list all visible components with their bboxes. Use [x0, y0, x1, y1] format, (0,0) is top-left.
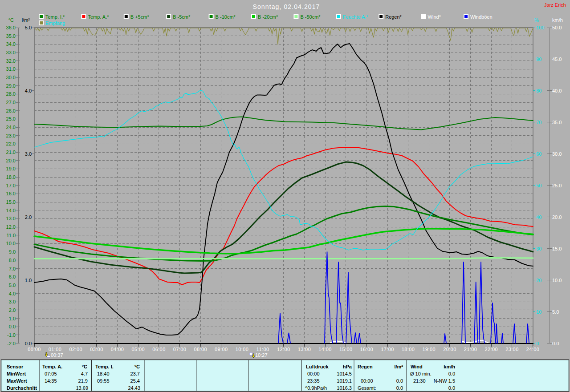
svg-text:26.0: 26.0 [6, 108, 16, 113]
svg-text:30.0: 30.0 [552, 151, 562, 157]
svg-text:5.0: 5.0 [9, 283, 16, 288]
svg-text:24:00: 24:00 [526, 347, 540, 352]
svg-text:23.7: 23.7 [130, 371, 140, 376]
svg-text:09:55: 09:55 [97, 378, 110, 384]
svg-text:21:00: 21:00 [464, 347, 477, 352]
svg-text:15.0: 15.0 [552, 246, 562, 251]
svg-text:9.0: 9.0 [9, 249, 16, 255]
svg-text:22:00: 22:00 [484, 347, 498, 352]
svg-text:1016.3: 1016.3 [337, 385, 352, 391]
svg-text:N-NW 1.5: N-NW 1.5 [434, 378, 455, 384]
svg-text:23:35: 23:35 [307, 378, 320, 384]
svg-text:100: 100 [536, 25, 544, 30]
svg-text:34.0: 34.0 [6, 41, 16, 47]
svg-text:33.0: 33.0 [6, 50, 16, 55]
svg-text:28.0: 28.0 [6, 91, 16, 97]
svg-text:MinWert: MinWert [7, 371, 26, 376]
svg-text:4.0: 4.0 [9, 291, 16, 296]
svg-text:Regen: Regen [358, 364, 373, 369]
svg-text:Ø 10 min.: Ø 10 min. [410, 371, 432, 376]
svg-text:10.0: 10.0 [6, 241, 16, 246]
svg-text:15.0: 15.0 [6, 199, 16, 205]
svg-text:5.0: 5.0 [552, 309, 559, 315]
svg-text:13.0: 13.0 [6, 216, 16, 221]
svg-text:3.0: 3.0 [25, 151, 32, 157]
svg-text:1019.1: 1019.1 [337, 378, 352, 384]
svg-text:Regen*: Regen* [385, 14, 402, 20]
svg-text:06:00: 06:00 [152, 347, 166, 352]
svg-text:4.0: 4.0 [25, 88, 32, 93]
svg-text:50: 50 [536, 183, 542, 188]
svg-text:MaxWert: MaxWert [7, 378, 27, 384]
svg-text:11.0: 11.0 [6, 233, 16, 238]
svg-text:B -50cm*: B -50cm* [300, 14, 321, 20]
svg-text:21.0: 21.0 [6, 150, 16, 155]
svg-text:20.0: 20.0 [6, 158, 16, 163]
svg-text:Temp. I.*: Temp. I.* [45, 14, 65, 20]
svg-text:00:00: 00:00 [361, 378, 373, 384]
svg-text:18:40: 18:40 [97, 371, 110, 376]
svg-text:l/m²: l/m² [22, 17, 30, 23]
svg-text:31.0: 31.0 [6, 66, 16, 72]
svg-text:Windböen: Windböen [470, 14, 493, 20]
svg-text:4.7: 4.7 [81, 371, 88, 376]
svg-text:Sensor: Sensor [7, 364, 24, 369]
svg-text:18.0: 18.0 [6, 174, 16, 180]
svg-text:0.0: 0.0 [396, 378, 403, 384]
svg-text:20:00: 20:00 [443, 347, 456, 352]
svg-text:15:00: 15:00 [339, 347, 353, 352]
svg-text:10:00: 10:00 [236, 347, 249, 352]
svg-text:01:00: 01:00 [49, 347, 62, 352]
svg-text:04:00: 04:00 [111, 347, 124, 352]
svg-text:08:00: 08:00 [194, 347, 207, 352]
svg-text:0.0: 0.0 [448, 385, 455, 391]
svg-text:30: 30 [536, 246, 542, 251]
svg-text:0.0: 0.0 [552, 341, 559, 346]
svg-text:5.0: 5.0 [25, 25, 32, 30]
svg-text:Gesamt:: Gesamt: [358, 385, 376, 391]
svg-text:10: 10 [536, 309, 542, 315]
svg-text:35.0: 35.0 [552, 120, 562, 125]
svg-text:-1.0: -1.0 [7, 332, 16, 338]
svg-text:50.0: 50.0 [552, 25, 562, 30]
svg-text:B -10cm*: B -10cm* [216, 14, 236, 20]
svg-text:0.0: 0.0 [448, 371, 455, 376]
svg-text:17:00: 17:00 [381, 347, 394, 352]
svg-text:16.0: 16.0 [6, 191, 16, 196]
svg-text:6.0: 6.0 [9, 274, 16, 279]
svg-text:0.0: 0.0 [396, 385, 403, 391]
svg-text:B +5cm*: B +5cm* [130, 14, 150, 20]
svg-text:25.0: 25.0 [552, 183, 562, 188]
svg-text:10:27: 10:27 [255, 352, 268, 358]
svg-text:13.69: 13.69 [76, 385, 88, 391]
svg-text:-2.0: -2.0 [7, 341, 16, 346]
svg-text:1.0: 1.0 [9, 316, 16, 321]
svg-text:12:00: 12:00 [277, 347, 290, 352]
svg-text:Wind*: Wind* [428, 14, 441, 20]
svg-text:10.0: 10.0 [552, 278, 562, 283]
svg-text:0.0: 0.0 [25, 341, 32, 346]
svg-text:l/m²: l/m² [394, 364, 403, 369]
svg-text:25.0: 25.0 [6, 116, 16, 121]
svg-text:14:35: 14:35 [45, 378, 57, 384]
svg-text:22.0: 22.0 [6, 141, 16, 146]
svg-text:05:00: 05:00 [131, 347, 145, 352]
svg-text:hPa: hPa [343, 364, 352, 369]
svg-text:18:00: 18:00 [402, 347, 415, 352]
svg-text:80: 80 [536, 88, 542, 93]
svg-text:11:00: 11:00 [256, 347, 269, 352]
svg-text:40: 40 [536, 214, 542, 220]
svg-text:70: 70 [536, 120, 542, 125]
svg-text:°C: °C [82, 364, 87, 369]
svg-text:B -20cm*: B -20cm* [258, 14, 278, 20]
svg-text:°C: °C [134, 364, 140, 369]
svg-text:16:00: 16:00 [360, 347, 374, 352]
svg-text:Empfang: Empfang [45, 20, 65, 26]
svg-text:24.43: 24.43 [128, 385, 140, 391]
svg-text:13:00: 13:00 [298, 347, 311, 352]
svg-text:00:00: 00:00 [307, 371, 320, 376]
svg-text:19.0: 19.0 [6, 166, 16, 171]
svg-text:03:00: 03:00 [90, 347, 103, 352]
svg-text:Sonntag, 02.04.2017: Sonntag, 02.04.2017 [253, 3, 320, 10]
svg-text:32.0: 32.0 [6, 58, 16, 64]
